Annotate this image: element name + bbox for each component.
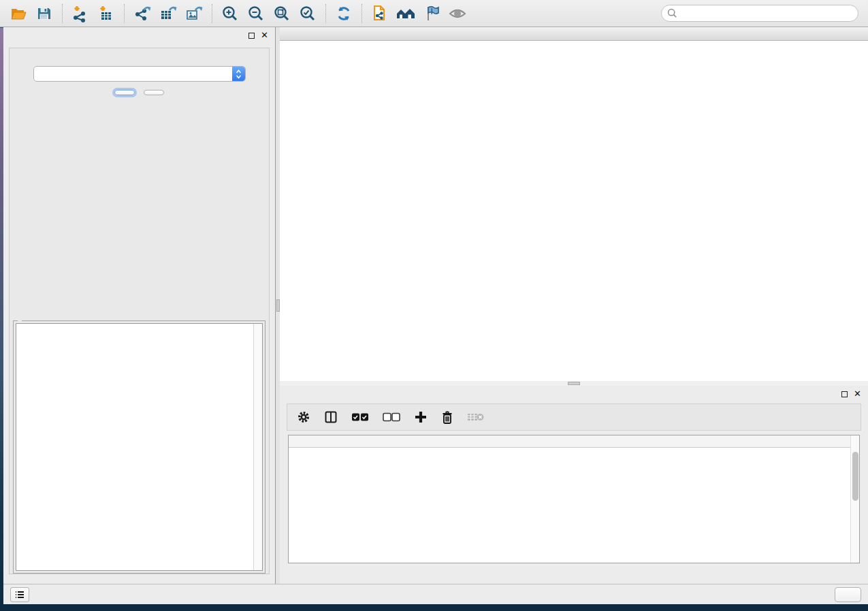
export-image-button[interactable] — [181, 3, 207, 24]
result-list-scrollbar[interactable] — [253, 324, 262, 570]
delete-trash-icon — [441, 410, 453, 425]
add-icon — [414, 410, 428, 424]
search-input[interactable] — [681, 9, 852, 18]
float-panel-icon[interactable] — [841, 391, 848, 397]
splitter-grip[interactable] — [568, 382, 580, 385]
show-networks-button[interactable] — [393, 3, 419, 24]
zoom-in-button[interactable] — [217, 3, 243, 24]
select-all-rows-button[interactable] — [351, 412, 369, 422]
import-table-icon — [97, 5, 115, 22]
table-toolbar — [287, 403, 861, 431]
flag-annotations-button[interactable] — [419, 3, 445, 24]
columns-icon — [324, 410, 338, 424]
table-panel: ✕ — [280, 386, 868, 584]
create-column-button[interactable] — [414, 410, 428, 424]
select-stepper-icon — [232, 67, 245, 81]
float-panel-icon[interactable] — [248, 33, 255, 39]
network-view-canvas[interactable] — [280, 41, 868, 381]
table-header-row — [289, 435, 859, 448]
network-window-titlebar — [280, 27, 868, 41]
scrollbar-thumb[interactable] — [852, 452, 858, 501]
task-list-icon — [15, 591, 25, 599]
cytoscape-app-window: ✕ — [0, 0, 868, 604]
optimization-criterion-select[interactable] — [33, 66, 246, 82]
refresh-icon — [335, 5, 353, 22]
toolbar-separator — [62, 4, 63, 23]
home-networks-icon — [396, 5, 416, 22]
settings-gear-icon — [297, 410, 310, 424]
run-mcds-button[interactable] — [114, 90, 135, 95]
mcds-result-groupbox — [13, 320, 266, 574]
show-columns-button[interactable] — [324, 410, 338, 424]
search-field-container — [661, 5, 858, 22]
node-table — [288, 435, 860, 563]
table-panel-titlebar: ✕ — [280, 386, 868, 402]
import-network-button[interactable] — [67, 3, 93, 24]
main-toolbar — [0, 0, 868, 27]
horizontal-splitter[interactable] — [280, 381, 868, 386]
control-panel: ✕ — [3, 27, 275, 584]
zoom-in-icon — [221, 5, 239, 22]
import-network-icon — [71, 5, 89, 22]
vertical-splitter[interactable] — [275, 27, 280, 584]
eye-icon — [448, 5, 467, 22]
export-image-icon — [184, 5, 204, 22]
zoom-fit-button[interactable] — [269, 3, 295, 24]
table-panel-tabbar — [280, 563, 868, 584]
memory-button[interactable] — [835, 587, 861, 602]
table-scrollbar[interactable] — [850, 435, 859, 563]
export-network-button[interactable] — [129, 3, 155, 24]
open-folder-icon — [10, 5, 27, 22]
maximize-window-icon[interactable] — [312, 30, 321, 38]
export-table-icon — [159, 5, 178, 22]
zoom-out-button[interactable] — [243, 3, 269, 24]
export-table-button[interactable] — [155, 3, 181, 24]
zoom-selected-button[interactable] — [295, 3, 321, 24]
toolbar-separator — [361, 4, 362, 23]
flag-icon — [423, 5, 440, 22]
export-network-icon — [133, 5, 152, 22]
show-graphics-details-button[interactable] — [445, 3, 470, 24]
apply-layout-button[interactable] — [331, 3, 357, 24]
zoom-fit-icon — [273, 5, 291, 22]
minimize-window-icon[interactable] — [299, 30, 307, 38]
share-document-icon — [371, 4, 389, 23]
table-settings-button[interactable] — [297, 410, 310, 424]
deselect-checks-icon — [383, 412, 400, 422]
close-panel-button[interactable] — [144, 90, 164, 95]
search-icon — [667, 8, 677, 18]
toolbar-separator — [212, 4, 212, 23]
save-session-button[interactable] — [31, 3, 57, 24]
mcds-result-list[interactable] — [16, 323, 263, 571]
toolbar-separator — [325, 4, 326, 23]
zoom-out-icon — [247, 5, 265, 22]
network-from-document-button[interactable] — [367, 3, 393, 24]
status-bar — [3, 584, 868, 604]
select-all-checks-icon — [351, 412, 369, 422]
control-panel-titlebar: ✕ — [3, 27, 275, 44]
import-table-button[interactable] — [93, 3, 119, 24]
delete-table-button[interactable] — [467, 412, 485, 423]
zoom-selected-icon — [299, 5, 317, 22]
mcds-tab-content — [9, 48, 270, 574]
close-window-icon[interactable] — [285, 30, 293, 38]
main-content-row: ✕ — [3, 27, 868, 584]
memory-status-icon — [842, 591, 850, 598]
delete-column-button[interactable] — [441, 410, 453, 425]
open-file-button[interactable] — [5, 3, 31, 24]
network-and-table-column: ✕ — [280, 27, 868, 584]
delete-table-icon — [467, 412, 485, 423]
toolbar-separator — [124, 4, 125, 23]
deselect-all-rows-button[interactable] — [383, 412, 400, 422]
desktop-wallpaper: ✕ — [0, 0, 868, 611]
save-icon — [36, 5, 52, 22]
show-console-button[interactable] — [10, 587, 29, 602]
close-panel-icon[interactable]: ✕ — [854, 391, 861, 397]
network-graph[interactable] — [280, 41, 868, 381]
close-panel-icon[interactable]: ✕ — [261, 32, 268, 39]
